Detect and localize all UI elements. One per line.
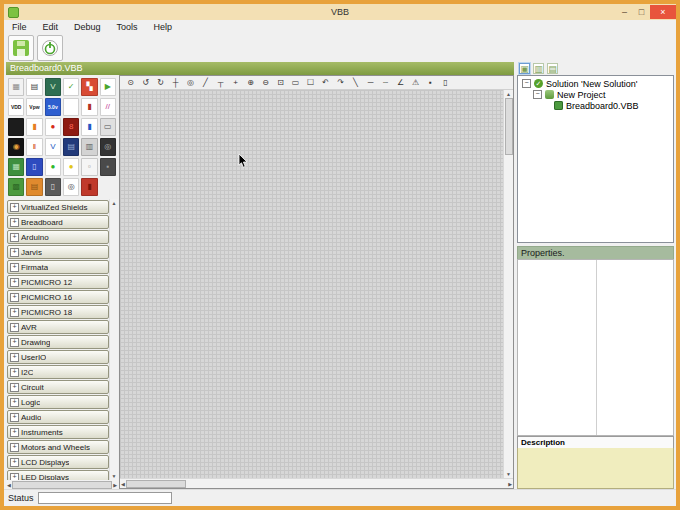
status-input[interactable] — [38, 492, 172, 504]
scroll-down-icon[interactable]: ▼ — [112, 473, 117, 479]
category-arduino[interactable]: +Arduino — [7, 230, 109, 244]
power-button[interactable] — [37, 35, 63, 61]
board-green-icon[interactable]: ▦ — [8, 158, 24, 176]
motor-icon[interactable]: ◎ — [63, 178, 79, 196]
category-logic[interactable]: +Logic — [7, 395, 109, 409]
crosshair-tool-icon[interactable]: + — [228, 76, 243, 89]
scroll-right-icon[interactable]: ▶ — [113, 482, 117, 488]
zoom-fit-icon[interactable]: ▭ — [288, 76, 303, 89]
minimize-button[interactable]: – — [616, 6, 633, 18]
palette-horizontal-scrollbar[interactable]: ◀ ▶ — [6, 480, 118, 489]
scrollbar-thumb[interactable] — [12, 481, 112, 489]
canvas-vertical-scrollbar[interactable]: ▲ ▼ — [503, 90, 513, 478]
menu-item-debug[interactable]: Debug — [66, 22, 109, 32]
vbb-logo-icon[interactable]: V — [45, 78, 61, 96]
expand-icon[interactable]: + — [10, 338, 19, 347]
redo-view-icon[interactable]: ↷ — [333, 76, 348, 89]
component-gray-icon[interactable]: ▭ — [100, 118, 116, 136]
diagonal-tool-icon[interactable]: ╲ — [348, 76, 363, 89]
tree-item[interactable]: −✓Solution 'New Solution' — [520, 78, 671, 89]
component-blue-icon[interactable]: ▮ — [81, 118, 97, 136]
small-module-icon[interactable]: ▫ — [81, 158, 97, 176]
scroll-down-icon[interactable]: ▼ — [506, 471, 511, 477]
zoom-region-icon[interactable]: ⊡ — [273, 76, 288, 89]
palette-vertical-scrollbar[interactable]: ▲ ▼ — [109, 199, 118, 480]
zoom-mode-icon[interactable]: ⊙ — [123, 76, 138, 89]
expand-icon[interactable]: + — [10, 293, 19, 302]
scroll-up-icon[interactable]: ▲ — [112, 200, 117, 206]
category-avr[interactable]: +AVR — [7, 320, 109, 334]
view-split-columns-button[interactable]: ▥ — [533, 63, 544, 74]
category-lcd-displays[interactable]: +LCD Displays — [7, 455, 109, 469]
vpw-label-icon[interactable]: Vpw — [26, 98, 42, 116]
expand-icon[interactable]: + — [10, 218, 19, 227]
voltage-label-icon[interactable]: 5.0v — [45, 98, 61, 116]
resistor-icon[interactable]: ▮ — [81, 98, 97, 116]
category-picmicro-12[interactable]: +PICMICRO 12 — [7, 275, 109, 289]
run-arrow-icon[interactable]: ▶ — [100, 78, 116, 96]
view-single-button[interactable]: ▣ — [519, 63, 530, 74]
category-picmicro-18[interactable]: +PICMICRO 18 — [7, 305, 109, 319]
collapse-icon[interactable]: − — [533, 90, 542, 99]
expand-icon[interactable]: + — [10, 383, 19, 392]
tree-item[interactable]: −New Project — [520, 89, 671, 100]
category-audio[interactable]: +Audio — [7, 410, 109, 424]
close-button[interactable]: × — [650, 5, 676, 19]
dashed-tool-icon[interactable]: ┈ — [378, 76, 393, 89]
pin-header-icon[interactable]: ‖ — [26, 138, 42, 156]
expand-icon[interactable]: + — [10, 443, 19, 452]
expand-icon[interactable]: + — [10, 203, 19, 212]
category-motors-and-wheels[interactable]: +Motors and Wheels — [7, 440, 109, 454]
expand-icon[interactable]: + — [10, 368, 19, 377]
menu-item-help[interactable]: Help — [146, 22, 181, 32]
battery-icon[interactable]: ▯ — [45, 178, 61, 196]
undo-view-icon[interactable]: ↶ — [318, 76, 333, 89]
rotate-right-icon[interactable]: ↻ — [153, 76, 168, 89]
category-userio[interactable]: +UserIO — [7, 350, 109, 364]
scope-display-icon[interactable]: ◉ — [8, 138, 24, 156]
lcd-black-icon[interactable] — [8, 118, 24, 136]
expand-icon[interactable]: + — [10, 473, 19, 481]
scroll-right-icon[interactable]: ▶ — [508, 481, 512, 487]
expand-icon[interactable]: + — [10, 323, 19, 332]
breadboard-canvas[interactable] — [120, 90, 503, 478]
scroll-left-icon[interactable]: ◀ — [121, 481, 125, 487]
led-red-icon[interactable]: ● — [45, 118, 61, 136]
blank-component-icon[interactable] — [63, 98, 79, 116]
chip-navy-icon[interactable]: ▤ — [63, 138, 79, 156]
menu-item-file[interactable]: File — [4, 22, 35, 32]
menu-item-edit[interactable]: Edit — [35, 22, 67, 32]
wire-bundle-icon[interactable]: // — [100, 98, 116, 116]
color-swatch-icon[interactable]: ▪ — [423, 76, 438, 89]
target-tool-icon[interactable]: ◎ — [183, 76, 198, 89]
view-split-rows-button[interactable]: ▤ — [547, 63, 558, 74]
led-yellow-icon[interactable]: ● — [63, 158, 79, 176]
selection-grid-icon[interactable]: ▦ — [8, 78, 24, 96]
expand-icon[interactable]: + — [10, 413, 19, 422]
canvas-horizontal-scrollbar[interactable]: ◀ ▶ — [120, 478, 513, 488]
category-jarvis[interactable]: +Jarvis — [7, 245, 109, 259]
category-i2c[interactable]: +I2C — [7, 365, 109, 379]
category-circuit[interactable]: +Circuit — [7, 380, 109, 394]
expand-icon[interactable]: + — [10, 428, 19, 437]
category-virtualized-shields[interactable]: +VirtualiZed Shields — [7, 200, 109, 214]
document-tab[interactable]: Breadboard0.VBB — [6, 62, 514, 75]
category-picmicro-16[interactable]: +PICMICRO 16 — [7, 290, 109, 304]
category-drawing[interactable]: +Drawing — [7, 335, 109, 349]
led-orange-icon[interactable]: ▮ — [26, 118, 42, 136]
zoom-out-icon[interactable]: ⊖ — [258, 76, 273, 89]
collapse-icon[interactable]: − — [522, 79, 531, 88]
category-breadboard[interactable]: +Breadboard — [7, 215, 109, 229]
move-tool-icon[interactable]: ┼ — [168, 76, 183, 89]
zoom-in-icon[interactable]: ⊕ — [243, 76, 258, 89]
scroll-up-icon[interactable]: ▲ — [506, 91, 511, 97]
expand-icon[interactable]: + — [10, 308, 19, 317]
camera-icon[interactable]: ◎ — [100, 138, 116, 156]
wire-tool-icon[interactable]: ─ — [363, 76, 378, 89]
expand-icon[interactable]: + — [10, 353, 19, 362]
vdd-blue-icon[interactable]: V — [45, 138, 61, 156]
dark-module-icon[interactable]: ▪ — [100, 158, 116, 176]
check-component-icon[interactable]: ✓ — [63, 78, 79, 96]
tree-item[interactable]: Breadboard0.VBB — [520, 100, 671, 111]
chip-orange-icon[interactable]: ▤ — [26, 178, 42, 196]
